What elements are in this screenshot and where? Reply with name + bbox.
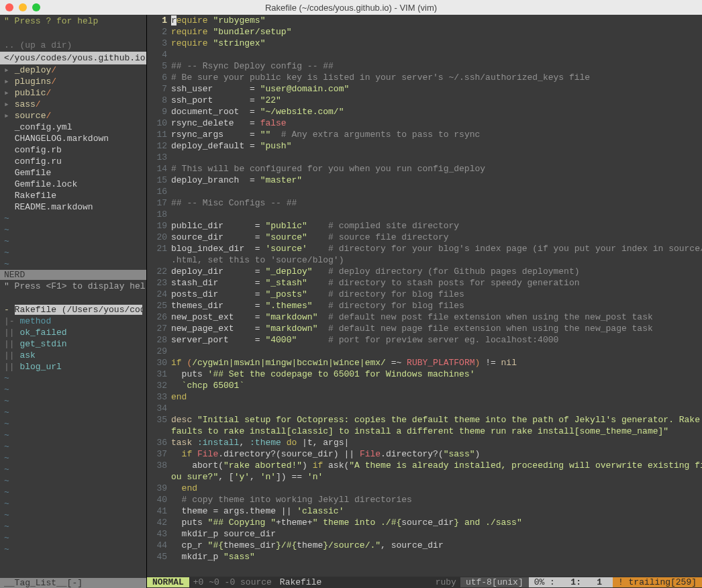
trailing-warning: ! trailing[259] — [613, 577, 702, 587]
code-line[interactable]: 1require "rubygems" — [147, 15, 702, 26]
code-line[interactable]: 36task :install, :theme do |t, args| — [147, 437, 702, 448]
code-line[interactable]: 35desc "Initial setup for Octopress: cop… — [147, 414, 702, 426]
taglist-item[interactable]: || get_stdin — [4, 338, 142, 350]
editor[interactable]: 1require "rubygems"2require "bundler/set… — [146, 15, 702, 588]
code-line[interactable]: 4 — [147, 49, 702, 60]
code-line[interactable]: 30if (/cygwin|mswin|mingw|bccwin|wince|e… — [147, 357, 702, 369]
code-line[interactable]: 10rsync_delete = false — [147, 117, 702, 129]
code-line[interactable]: 32 `chcp 65001` — [147, 380, 702, 391]
code-line[interactable]: .html, set this to 'source/blog') — [147, 254, 702, 266]
code-line[interactable]: 23stash_dir = "_stash" # directory to st… — [147, 277, 702, 289]
code-line[interactable]: 44 cp_r "#{themes_dir}/#{theme}/source/.… — [147, 540, 702, 551]
nerdtree-panel-label: NERD — [0, 270, 146, 280]
nerdtree-file[interactable]: ▸ Gemfile — [4, 167, 142, 179]
code-line[interactable]: 17## -- Misc Configs -- ## — [147, 197, 702, 209]
code-line[interactable]: 12deploy_default = "push" — [147, 140, 702, 152]
code-line[interactable]: 27new_page_ext = "markdown" # default ne… — [147, 323, 702, 334]
nerdtree-file[interactable]: ▸ _config.yml — [4, 121, 142, 133]
filetype: ruby — [432, 577, 460, 587]
code-line[interactable]: 3require "stringex" — [147, 38, 702, 49]
code-line[interactable]: 20source_dir = "source" # source file di… — [147, 232, 702, 243]
code-line[interactable]: 21blog_index_dir = 'source' # directory … — [147, 243, 702, 254]
taglist-file: Rakefile (/Users/yous/codes — [15, 305, 142, 315]
nerdtree-dir-public[interactable]: ▸ public/ — [4, 87, 142, 99]
code-line[interactable]: 13 — [147, 152, 702, 163]
code-line[interactable]: 11rsync_args = "" # Any extra arguments … — [147, 129, 702, 140]
git-status: +0 ~0 -0 source — [189, 577, 276, 587]
window-title: Rakefile (~/codes/yous.github.io) - VIM … — [0, 3, 702, 13]
code-line[interactable]: 45 mkdir_p "sass" — [147, 551, 702, 562]
code-line[interactable]: 33end — [147, 391, 702, 403]
vim-mode: NORMAL — [147, 577, 189, 587]
nerdtree-dir-plugins[interactable]: ▸ plugins/ — [4, 76, 142, 87]
code-line[interactable]: 8ssh_port = "22" — [147, 95, 702, 106]
nerdtree-file[interactable]: ▸ CHANGELOG.markdown — [4, 133, 142, 144]
code-line[interactable]: 31 puts '## Set the codepage to 65001 fo… — [147, 369, 702, 380]
nerdtree[interactable]: ▸ _deploy/▸ plugins/▸ public/▸ sass/▸ so… — [0, 64, 146, 213]
code-line[interactable]: 34 — [147, 403, 702, 414]
nerdtree-file[interactable]: ▸ Rakefile — [4, 190, 142, 201]
code-line[interactable]: 6# Be sure your public key is listed in … — [147, 72, 702, 83]
code-line[interactable]: 15deploy_branch = "master" — [147, 175, 702, 186]
code-line[interactable]: ou sure?", ['y', 'n']) == 'n' — [147, 471, 702, 483]
code-line[interactable]: 7ssh_user = "user@domain.com" — [147, 83, 702, 95]
nerdtree-file[interactable]: ▸ Gemfile.lock — [4, 179, 142, 190]
code-line[interactable]: 39 end — [147, 483, 702, 494]
code-line[interactable]: 14# This will be configured for you when… — [147, 163, 702, 175]
filename: Rakefile — [276, 577, 325, 587]
taglist-help: " Press <F1> to display hel — [0, 280, 146, 293]
taglist-status: __Tag_List__[-] — [0, 578, 146, 588]
encoding: utf-8[unix] — [460, 577, 529, 587]
code-area[interactable]: 1require "rubygems"2require "bundler/set… — [147, 15, 702, 577]
nerdtree-dir-source[interactable]: ▸ source/ — [4, 110, 142, 121]
code-line[interactable]: 19public_dir = "public" # compiled site … — [147, 220, 702, 232]
titlebar: Rakefile (~/codes/yous.github.io) - VIM … — [0, 0, 702, 15]
code-line[interactable]: 26new_post_ext = "markdown" # default ne… — [147, 311, 702, 323]
code-line[interactable]: 29 — [147, 346, 702, 357]
taglist-item[interactable]: || blog_url — [4, 361, 142, 373]
code-line[interactable]: 16 — [147, 186, 702, 197]
nerdtree-dir-sass[interactable]: ▸ sass/ — [4, 99, 142, 110]
nerdtree-root-path[interactable]: </yous/codes/yous.github.io/ — [0, 52, 146, 64]
code-line[interactable]: 28server_port = "4000" # port for previe… — [147, 334, 702, 346]
code-line[interactable]: 38 abort("rake aborted!") if ask("A them… — [147, 460, 702, 471]
code-line[interactable]: faults to rake install[classic] to insta… — [147, 426, 702, 437]
code-line[interactable]: 37 if File.directory?(source_dir) || Fil… — [147, 448, 702, 460]
taglist-group: method — [19, 316, 51, 326]
taglist-item[interactable]: || ok_failed — [4, 327, 142, 338]
taglist[interactable]: - Rakefile (/Users/yous/codes |- method … — [0, 304, 146, 373]
nerdtree-file[interactable]: ▸ config.rb — [4, 144, 142, 156]
nerdtree-dir-_deploy[interactable]: ▸ _deploy/ — [4, 64, 142, 76]
nerdtree-updir[interactable]: .. (up a dir) — [0, 39, 146, 52]
cursor-position: 0% : 1: 1 — [529, 577, 613, 587]
code-line[interactable]: 24posts_dir = "_posts" # directory for b… — [147, 289, 702, 300]
code-line[interactable]: 41 theme = args.theme || 'classic' — [147, 505, 702, 517]
nerdtree-help: " Press ? for help — [0, 15, 146, 28]
code-line[interactable]: 2require "bundler/setup" — [147, 26, 702, 38]
sidebar: " Press ? for help .. (up a dir) </yous/… — [0, 15, 146, 588]
code-line[interactable]: 22deploy_dir = "_deploy" # deploy direct… — [147, 266, 702, 277]
code-line[interactable]: 40 # copy theme into working Jekyll dire… — [147, 494, 702, 505]
statusbar: NORMAL +0 ~0 -0 source Rakefile ruby utf… — [147, 577, 702, 588]
code-line[interactable]: 42 puts "## Copying "+theme+" theme into… — [147, 517, 702, 528]
nerdtree-file[interactable]: ▸ README.markdown — [4, 201, 142, 213]
code-line[interactable]: 25themes_dir = ".themes" # directory for… — [147, 300, 702, 311]
code-line[interactable]: 5## -- Rsync Deploy config -- ## — [147, 60, 702, 72]
code-line[interactable]: 9document_root = "~/website.com/" — [147, 106, 702, 117]
code-line[interactable]: 18 — [147, 209, 702, 220]
code-line[interactable]: 43 mkdir_p source_dir — [147, 528, 702, 540]
nerdtree-file[interactable]: ▸ config.ru — [4, 156, 142, 167]
taglist-item[interactable]: || ask — [4, 350, 142, 361]
